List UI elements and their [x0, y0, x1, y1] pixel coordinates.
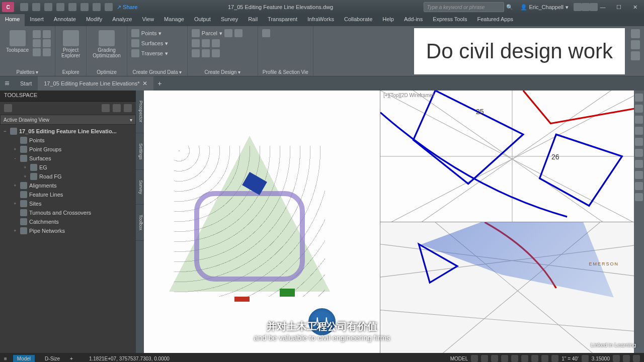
tree-node-roadfg[interactable]: +Road FG: [2, 172, 134, 181]
sb-icon[interactable]: [481, 355, 488, 362]
tree-node-sites[interactable]: +Sites: [2, 199, 134, 208]
sb-icon[interactable]: [623, 355, 630, 362]
tab-rail[interactable]: Rail: [243, 14, 263, 26]
tab-transparent[interactable]: Transparent: [263, 14, 302, 26]
nav-icon[interactable]: [635, 127, 643, 135]
toolspace-button[interactable]: Toolspace: [4, 28, 31, 58]
tab-home[interactable]: Home: [0, 14, 25, 26]
add-layout-button[interactable]: +: [70, 356, 73, 361]
tab-view[interactable]: View: [137, 14, 159, 26]
sidetab-survey[interactable]: Survey: [136, 170, 144, 205]
tree-node-points[interactable]: Points: [2, 136, 134, 145]
redo-icon[interactable]: [105, 3, 113, 11]
palette-icon[interactable]: [33, 39, 41, 47]
tree-root[interactable]: − 17_05 Editing Feature Line Elevatio...: [2, 127, 134, 136]
new-icon[interactable]: [20, 3, 28, 11]
design-icon[interactable]: [192, 49, 200, 57]
project-explorer-button[interactable]: Project Explorer: [59, 28, 82, 60]
model-indicator[interactable]: MODEL: [450, 356, 468, 361]
sb-icon[interactable]: [582, 355, 589, 362]
ts-tool-icon[interactable]: [102, 104, 110, 112]
sb-icon[interactable]: [521, 355, 528, 362]
undo-icon[interactable]: [93, 3, 101, 11]
close-button[interactable]: ✕: [630, 2, 640, 12]
tab-active-doc[interactable]: 17_05 Editing Feature Line Elevations* ✕: [38, 76, 153, 90]
tab-modify[interactable]: Modify: [81, 14, 107, 26]
model-tab[interactable]: Model: [13, 355, 35, 363]
saveas-icon[interactable]: [56, 3, 64, 11]
palette-icon[interactable]: [43, 39, 51, 47]
tree-node-pipenetworks[interactable]: +Pipe Networks: [2, 226, 134, 235]
sb-icon[interactable]: [511, 355, 518, 362]
tab-infraworks[interactable]: InfraWorks: [302, 14, 339, 26]
apps-icon[interactable]: [582, 3, 590, 11]
design-icon[interactable]: [202, 39, 210, 47]
tab-express[interactable]: Express Tools: [428, 14, 472, 26]
sb-settings-icon[interactable]: [633, 355, 640, 362]
tab-analyze[interactable]: Analyze: [107, 14, 137, 26]
tab-start[interactable]: Start: [14, 76, 38, 90]
tab-output[interactable]: Output: [189, 14, 216, 26]
print-icon[interactable]: [80, 3, 89, 11]
sb-icon[interactable]: [501, 355, 508, 362]
save-icon[interactable]: [44, 3, 52, 11]
ts-help-icon[interactable]: [124, 104, 132, 112]
tab-annotate[interactable]: Annotate: [49, 14, 81, 26]
nav-icon[interactable]: [635, 171, 643, 179]
sidetab-toolbox[interactable]: Toolbox: [136, 205, 144, 241]
nav-icon[interactable]: [635, 149, 643, 157]
viewport-label[interactable]: [+][Top][2D Wireframe]: [383, 93, 434, 98]
share-button[interactable]: ↗ Share: [117, 4, 137, 11]
design-icon[interactable]: [212, 49, 220, 57]
open-icon[interactable]: [32, 3, 40, 11]
viewport-bottom-right[interactable]: EMERSON: [380, 222, 644, 353]
tab-help[interactable]: Help: [377, 14, 399, 26]
sb-icon[interactable]: [471, 355, 478, 362]
sidetab-prospector[interactable]: Prospector: [136, 90, 144, 133]
ribbon-tool-icon[interactable]: [631, 51, 640, 60]
nav-icon[interactable]: [635, 182, 643, 190]
palette-icon[interactable]: [43, 48, 51, 56]
ribbon-tool-icon[interactable]: [631, 29, 640, 38]
design-icon[interactable]: [224, 29, 232, 37]
close-tab-icon[interactable]: ✕: [142, 80, 147, 87]
viewport-top-right[interactable]: [+][Top][2D Wireframe] 25 26: [380, 90, 644, 222]
nav-icon[interactable]: [635, 138, 643, 146]
view-selector[interactable]: Active Drawing View▾: [0, 115, 136, 125]
add-tab-button[interactable]: +: [153, 79, 166, 87]
sb-icon[interactable]: [551, 355, 558, 362]
nav-icon[interactable]: [635, 116, 643, 124]
design-icon[interactable]: [212, 39, 220, 47]
palette-icon[interactable]: [33, 30, 41, 38]
ts-tool-icon[interactable]: [113, 104, 121, 112]
plot-icon[interactable]: [68, 3, 76, 11]
tree-node-turnouts[interactable]: Turnouts and Crossovers: [2, 208, 134, 217]
palette-icon[interactable]: [43, 30, 51, 38]
search-input[interactable]: Type a keyword or phrase: [424, 2, 504, 12]
nav-icon[interactable]: [635, 160, 643, 168]
doctab-menu-icon[interactable]: ≡: [0, 76, 14, 90]
sb-icon[interactable]: [541, 355, 548, 362]
sidetab-settings[interactable]: Settings: [136, 133, 144, 170]
ts-tool-icon[interactable]: [4, 104, 12, 112]
design-icon[interactable]: [202, 49, 210, 57]
tab-collaborate[interactable]: Collaborate: [339, 14, 377, 26]
design-icon[interactable]: [192, 39, 200, 47]
grading-opt-button[interactable]: Grading Optimization: [91, 28, 123, 60]
scale-display[interactable]: 1" = 40': [561, 356, 579, 361]
sb-icon[interactable]: [613, 355, 620, 362]
statusbar-menu-icon[interactable]: ≡: [4, 356, 7, 361]
sb-icon[interactable]: [531, 355, 538, 362]
minimize-button[interactable]: —: [598, 2, 608, 12]
design-icon[interactable]: [234, 29, 243, 37]
search-icon[interactable]: 🔍: [506, 4, 513, 11]
surfaces-dropdown[interactable]: Surfaces ▾: [131, 39, 183, 47]
nav-icon[interactable]: [635, 193, 643, 201]
tree-node-alignments[interactable]: +Alignments: [2, 181, 134, 190]
points-dropdown[interactable]: Points ▾: [131, 29, 183, 37]
tab-addins[interactable]: Add-ins: [399, 14, 428, 26]
viewport-left[interactable]: [144, 90, 380, 353]
app-logo[interactable]: C: [2, 2, 14, 12]
traverse-dropdown[interactable]: Traverse ▾: [131, 49, 183, 57]
tree-node-featurelines[interactable]: Feature Lines: [2, 190, 134, 199]
